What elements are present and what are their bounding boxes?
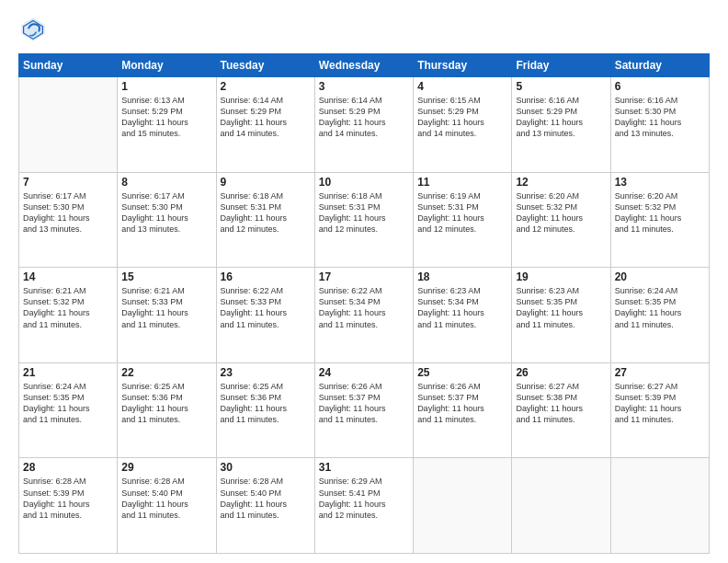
- day-number: 18: [417, 270, 507, 283]
- day-number: 28: [23, 461, 113, 474]
- weekday-header-thursday: Thursday: [414, 54, 512, 77]
- day-info: Sunrise: 6:19 AM Sunset: 5:31 PM Dayligh…: [417, 190, 507, 236]
- calendar-cell: 8Sunrise: 6:17 AM Sunset: 5:30 PM Daylig…: [118, 172, 216, 268]
- day-number: 1: [121, 80, 211, 93]
- day-number: 14: [23, 270, 113, 283]
- day-number: 25: [417, 366, 507, 379]
- page: SundayMondayTuesdayWednesdayThursdayFrid…: [0, 0, 728, 563]
- calendar-cell: 25Sunrise: 6:26 AM Sunset: 5:37 PM Dayli…: [414, 362, 512, 458]
- calendar-cell: 9Sunrise: 6:18 AM Sunset: 5:31 PM Daylig…: [216, 172, 314, 268]
- day-info: Sunrise: 6:28 AM Sunset: 5:40 PM Dayligh…: [221, 476, 311, 521]
- day-number: 2: [221, 80, 311, 93]
- day-number: 17: [319, 270, 409, 283]
- day-number: 10: [319, 176, 409, 189]
- calendar-week-row: 1Sunrise: 6:13 AM Sunset: 5:29 PM Daylig…: [19, 77, 710, 173]
- calendar-cell: 18Sunrise: 6:23 AM Sunset: 5:34 PM Dayli…: [414, 268, 512, 363]
- calendar-cell: 28Sunrise: 6:28 AM Sunset: 5:39 PM Dayli…: [19, 458, 118, 554]
- day-number: 24: [319, 366, 409, 379]
- day-number: 4: [417, 80, 507, 93]
- calendar-cell: 21Sunrise: 6:24 AM Sunset: 5:35 PM Dayli…: [19, 362, 118, 458]
- day-info: Sunrise: 6:24 AM Sunset: 5:35 PM Dayligh…: [615, 285, 705, 330]
- day-number: 23: [221, 366, 311, 379]
- weekday-header-monday: Monday: [118, 54, 216, 77]
- day-info: Sunrise: 6:24 AM Sunset: 5:35 PM Dayligh…: [23, 381, 113, 426]
- calendar-cell: [19, 77, 118, 173]
- calendar-cell: 11Sunrise: 6:19 AM Sunset: 5:31 PM Dayli…: [414, 172, 512, 268]
- calendar-week-row: 14Sunrise: 6:21 AM Sunset: 5:32 PM Dayli…: [19, 268, 710, 363]
- calendar-cell: 24Sunrise: 6:26 AM Sunset: 5:37 PM Dayli…: [314, 362, 413, 458]
- calendar-cell: 31Sunrise: 6:29 AM Sunset: 5:41 PM Dayli…: [314, 458, 413, 554]
- day-info: Sunrise: 6:21 AM Sunset: 5:33 PM Dayligh…: [121, 285, 211, 330]
- calendar-cell: [414, 458, 512, 554]
- day-info: Sunrise: 6:20 AM Sunset: 5:32 PM Dayligh…: [516, 190, 606, 236]
- day-number: 20: [615, 270, 705, 283]
- day-info: Sunrise: 6:22 AM Sunset: 5:33 PM Dayligh…: [221, 285, 311, 330]
- day-info: Sunrise: 6:25 AM Sunset: 5:36 PM Dayligh…: [221, 381, 311, 426]
- day-info: Sunrise: 6:28 AM Sunset: 5:40 PM Dayligh…: [121, 476, 211, 521]
- day-info: Sunrise: 6:21 AM Sunset: 5:32 PM Dayligh…: [23, 285, 113, 330]
- calendar-cell: 19Sunrise: 6:23 AM Sunset: 5:35 PM Dayli…: [512, 268, 610, 363]
- day-info: Sunrise: 6:13 AM Sunset: 5:29 PM Dayligh…: [121, 95, 211, 140]
- day-number: 19: [516, 270, 606, 283]
- day-number: 22: [121, 366, 211, 379]
- calendar-cell: [610, 458, 709, 554]
- calendar-week-row: 21Sunrise: 6:24 AM Sunset: 5:35 PM Dayli…: [19, 362, 710, 458]
- day-number: 16: [221, 270, 311, 283]
- calendar-cell: 7Sunrise: 6:17 AM Sunset: 5:30 PM Daylig…: [19, 172, 118, 268]
- day-number: 26: [516, 366, 606, 379]
- day-info: Sunrise: 6:23 AM Sunset: 5:35 PM Dayligh…: [516, 285, 606, 330]
- day-info: Sunrise: 6:25 AM Sunset: 5:36 PM Dayligh…: [121, 381, 211, 426]
- calendar-cell: 14Sunrise: 6:21 AM Sunset: 5:32 PM Dayli…: [19, 268, 118, 363]
- calendar-cell: 4Sunrise: 6:15 AM Sunset: 5:29 PM Daylig…: [414, 77, 512, 173]
- day-info: Sunrise: 6:17 AM Sunset: 5:30 PM Dayligh…: [23, 190, 113, 236]
- day-info: Sunrise: 6:20 AM Sunset: 5:32 PM Dayligh…: [615, 190, 705, 236]
- day-info: Sunrise: 6:16 AM Sunset: 5:30 PM Dayligh…: [615, 95, 705, 140]
- calendar-cell: 13Sunrise: 6:20 AM Sunset: 5:32 PM Dayli…: [610, 172, 709, 268]
- day-info: Sunrise: 6:27 AM Sunset: 5:38 PM Dayligh…: [516, 381, 606, 426]
- day-info: Sunrise: 6:29 AM Sunset: 5:41 PM Dayligh…: [319, 476, 409, 521]
- calendar-week-row: 7Sunrise: 6:17 AM Sunset: 5:30 PM Daylig…: [19, 172, 710, 268]
- calendar-cell: 23Sunrise: 6:25 AM Sunset: 5:36 PM Dayli…: [216, 362, 314, 458]
- weekday-header-saturday: Saturday: [610, 54, 709, 77]
- calendar-cell: 2Sunrise: 6:14 AM Sunset: 5:29 PM Daylig…: [216, 77, 314, 173]
- weekday-header-row: SundayMondayTuesdayWednesdayThursdayFrid…: [19, 54, 710, 77]
- day-number: 7: [23, 176, 113, 189]
- calendar-cell: [512, 458, 610, 554]
- day-info: Sunrise: 6:14 AM Sunset: 5:29 PM Dayligh…: [319, 95, 409, 140]
- header: [18, 15, 710, 44]
- calendar-cell: 15Sunrise: 6:21 AM Sunset: 5:33 PM Dayli…: [118, 268, 216, 363]
- day-info: Sunrise: 6:26 AM Sunset: 5:37 PM Dayligh…: [417, 381, 507, 426]
- day-info: Sunrise: 6:18 AM Sunset: 5:31 PM Dayligh…: [221, 190, 311, 236]
- day-info: Sunrise: 6:15 AM Sunset: 5:29 PM Dayligh…: [417, 95, 507, 140]
- day-info: Sunrise: 6:17 AM Sunset: 5:30 PM Dayligh…: [121, 190, 211, 236]
- calendar-cell: 30Sunrise: 6:28 AM Sunset: 5:40 PM Dayli…: [216, 458, 314, 554]
- weekday-header-sunday: Sunday: [19, 54, 118, 77]
- day-number: 6: [615, 80, 705, 93]
- day-info: Sunrise: 6:16 AM Sunset: 5:29 PM Dayligh…: [516, 95, 606, 140]
- calendar-week-row: 28Sunrise: 6:28 AM Sunset: 5:39 PM Dayli…: [19, 458, 710, 554]
- calendar-cell: 29Sunrise: 6:28 AM Sunset: 5:40 PM Dayli…: [118, 458, 216, 554]
- day-info: Sunrise: 6:14 AM Sunset: 5:29 PM Dayligh…: [221, 95, 311, 140]
- day-info: Sunrise: 6:18 AM Sunset: 5:31 PM Dayligh…: [319, 190, 409, 236]
- day-info: Sunrise: 6:23 AM Sunset: 5:34 PM Dayligh…: [417, 285, 507, 330]
- calendar-cell: 26Sunrise: 6:27 AM Sunset: 5:38 PM Dayli…: [512, 362, 610, 458]
- day-number: 30: [221, 461, 311, 474]
- day-number: 29: [121, 461, 211, 474]
- day-number: 12: [516, 176, 606, 189]
- calendar-cell: 16Sunrise: 6:22 AM Sunset: 5:33 PM Dayli…: [216, 268, 314, 363]
- calendar-cell: 27Sunrise: 6:27 AM Sunset: 5:39 PM Dayli…: [610, 362, 709, 458]
- day-number: 11: [417, 176, 507, 189]
- calendar-cell: 5Sunrise: 6:16 AM Sunset: 5:29 PM Daylig…: [512, 77, 610, 173]
- day-number: 15: [121, 270, 211, 283]
- day-number: 3: [319, 80, 409, 93]
- calendar-table: SundayMondayTuesdayWednesdayThursdayFrid…: [18, 53, 710, 554]
- day-info: Sunrise: 6:28 AM Sunset: 5:39 PM Dayligh…: [23, 476, 113, 521]
- calendar-cell: 17Sunrise: 6:22 AM Sunset: 5:34 PM Dayli…: [314, 268, 413, 363]
- logo: [18, 15, 51, 44]
- day-number: 5: [516, 80, 606, 93]
- day-number: 31: [319, 461, 409, 474]
- day-number: 27: [615, 366, 705, 379]
- day-info: Sunrise: 6:26 AM Sunset: 5:37 PM Dayligh…: [319, 381, 409, 426]
- calendar-cell: 22Sunrise: 6:25 AM Sunset: 5:36 PM Dayli…: [118, 362, 216, 458]
- day-number: 21: [23, 366, 113, 379]
